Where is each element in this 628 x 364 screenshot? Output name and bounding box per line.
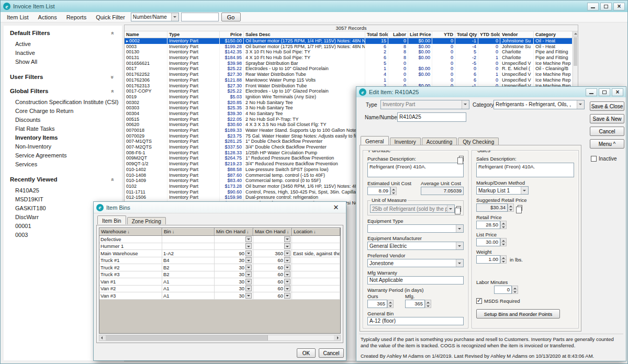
unit-of-measure-dropdown[interactable]: 25lb of Refrigerant (sold by the pound) [370,204,455,213]
table-row[interactable]: 001762252 Inventory Part $27.30 Rear Wat… [125,72,573,77]
bins-column-header[interactable]: Location [292,228,340,236]
spin-down-icon[interactable] [508,208,514,212]
spinner[interactable] [512,286,518,294]
column-header[interactable]: Category [534,31,573,38]
cell-bin[interactable]: A1 [162,292,215,300]
column-header[interactable]: Total Sold [365,31,388,38]
mfg-warranty-input[interactable]: Not Applicable [367,276,464,285]
general-bin-input[interactable]: A-12 (floor) [367,317,464,325]
spinner[interactable] [500,221,507,229]
spin-up-icon[interactable] [387,300,394,304]
scroll-left-icon[interactable] [99,335,106,340]
purchase-description-input[interactable]: Refrigerant (Freon) 410A. [367,163,464,177]
spin-up-icon[interactable] [500,238,507,242]
cell-max-on-hand[interactable]: 60 [253,292,292,300]
cell-bin[interactable]: B2 [162,264,215,271]
dropdown-arrow-icon[interactable] [284,257,290,263]
table-row[interactable]: 0017 Inventory Part $25.22 Electrodes - … [125,66,573,72]
cell-location[interactable] [292,257,340,265]
collapse-chevron-icon[interactable] [109,31,115,35]
scroll-right-icon[interactable] [334,335,340,340]
go-button[interactable]: Go [221,13,241,21]
cell-max-on-hand[interactable]: 60 [253,278,292,286]
dropdown-arrow-icon[interactable] [245,243,252,249]
cell-min-on-hand[interactable]: 30 [215,278,253,286]
column-header[interactable]: Total Qty [455,31,478,38]
cell-max-on-hand[interactable] [253,236,292,243]
bins-column-header[interactable]: Max On Hand [253,228,292,236]
bins-column-header[interactable]: Min On Hand [215,228,253,236]
menu-item[interactable]: Item List [2,13,33,22]
spinner[interactable] [425,300,431,308]
sidebar-item[interactable]: Flat Rate Tasks [10,124,119,133]
dropdown-arrow-icon[interactable] [284,286,290,291]
sidebar-item[interactable]: R410A25 [10,186,119,195]
minimize-icon[interactable] [587,3,599,10]
spin-down-icon[interactable] [390,191,397,196]
cell-bin[interactable]: B2 [162,271,215,279]
cell-bin[interactable]: A1 [162,278,215,286]
scroll-up-icon[interactable] [573,31,578,37]
sidebar-item[interactable]: Inventory Items [10,133,119,142]
cell-bin[interactable]: B4 [162,257,215,265]
column-header[interactable]: Type [167,31,220,38]
dropdown-arrow-icon[interactable] [284,293,290,299]
sidebar-item[interactable]: Non-Inventory [10,142,119,151]
copy-icon[interactable] [456,206,461,212]
column-header[interactable]: Vendor [500,31,534,38]
dropdown-arrow-icon[interactable] [456,225,463,232]
spin-up-icon[interactable] [512,286,518,290]
spinner[interactable] [500,238,507,246]
cell-min-on-hand[interactable]: 30 [215,292,253,300]
table-row[interactable]: 001656621 Inventory Part $39.98 Spraybar… [125,61,573,66]
cell-warehouse[interactable]: Truck #1 [99,257,162,265]
cell-warehouse[interactable]: Defective [99,236,162,243]
tab[interactable]: General [361,136,389,145]
scrollbar-thumb[interactable] [106,335,268,340]
cell-max-on-hand[interactable]: 60 [253,271,292,279]
spin-down-icon[interactable] [425,304,431,309]
dropdown-arrow-icon[interactable] [284,251,290,256]
list-price-input[interactable]: 30.00 [476,238,500,246]
dropdown-arrow-icon[interactable] [456,242,463,249]
bins-dialog-titlebar[interactable]: Item Bins [94,202,346,213]
cell-warehouse[interactable]: Truck #2 [99,264,162,271]
dropdown-arrow-icon[interactable] [245,293,252,299]
cell-max-on-hand[interactable]: 360 [253,250,292,257]
cell-bin[interactable]: A1 [162,286,215,293]
dropdown-arrow-icon[interactable] [456,259,463,267]
column-header[interactable]: Labor [388,31,408,38]
dropdown-arrow-icon[interactable] [284,243,290,249]
tab[interactable]: Inventory [390,138,421,145]
dropdown-arrow-icon[interactable] [447,205,454,212]
spin-down-icon[interactable] [387,304,394,309]
minimize-icon[interactable] [586,88,597,96]
sales-description-input[interactable]: Refrigerant (Freon) 410A. [476,163,574,177]
cell-min-on-hand[interactable]: 90 [215,250,253,257]
bins-row[interactable]: Van #2 A1 30 60 [99,286,340,293]
ours-warranty-input[interactable]: 365 [367,300,387,308]
cell-min-on-hand[interactable] [215,243,253,251]
cell-max-on-hand[interactable]: 60 [253,264,292,271]
table-row[interactable]: 00130 Inventory Part $142.35 3 X 10 Ft N… [125,49,573,55]
tab[interactable]: Accounting [422,138,457,145]
bins-row[interactable]: Truck #2 B2 30 60 [99,264,340,271]
tab[interactable]: Item Bin [97,215,126,224]
quick-filter-input[interactable] [181,13,219,21]
tab[interactable]: Zone Pricing [127,217,166,224]
cell-min-on-hand[interactable]: 30 [215,257,253,265]
main-titlebar[interactable]: Invoice Item List [1,1,627,12]
markup-method-dropdown[interactable]: Markup List 1 [476,186,529,195]
menu-item[interactable]: Reports [62,13,92,22]
dropdown-arrow-icon[interactable] [245,279,252,285]
dropdown-arrow-icon[interactable] [284,279,290,285]
horizontal-scrollbar[interactable] [99,335,341,341]
cell-warehouse[interactable]: Van #2 [99,286,162,293]
estimated-unit-cost-input[interactable]: 8.09 [367,187,390,195]
edit-dialog-titlebar[interactable]: Edit Item: R410A25 [356,87,626,97]
table-row[interactable]: 0003 Inventory Part $199.28 Oil burner m… [125,44,573,50]
msds-required-checkbox[interactable] [476,298,482,304]
cell-warehouse[interactable]: Van #3 [99,292,162,300]
collapse-chevron-icon[interactable] [109,89,115,93]
sidebar-item[interactable]: Construction Specification Institute (CS… [10,97,119,106]
